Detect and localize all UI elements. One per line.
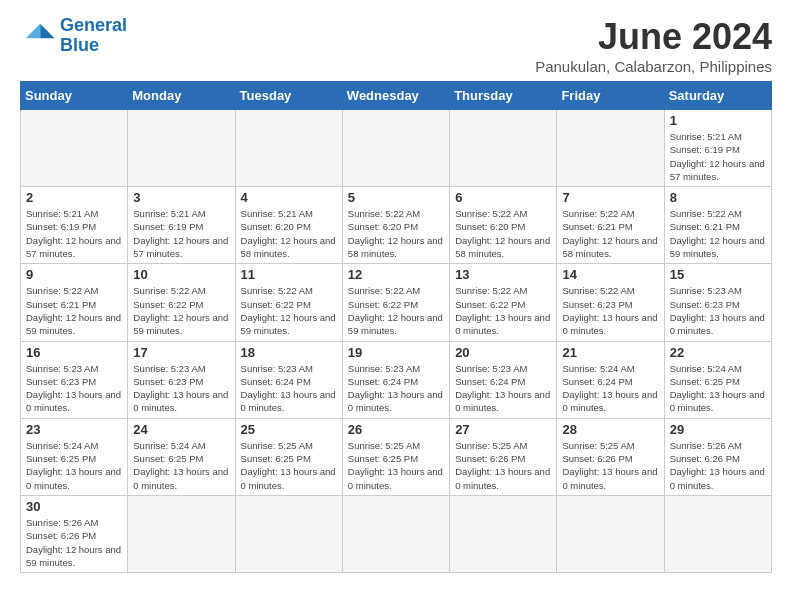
day-number: 9 xyxy=(26,267,122,282)
calendar-cell: 17Sunrise: 5:23 AM Sunset: 6:23 PM Dayli… xyxy=(128,341,235,418)
day-number: 12 xyxy=(348,267,444,282)
week-row-4: 23Sunrise: 5:24 AM Sunset: 6:25 PM Dayli… xyxy=(21,418,772,495)
calendar-cell: 24Sunrise: 5:24 AM Sunset: 6:25 PM Dayli… xyxy=(128,418,235,495)
calendar-cell: 7Sunrise: 5:22 AM Sunset: 6:21 PM Daylig… xyxy=(557,187,664,264)
day-info: Sunrise: 5:22 AM Sunset: 6:21 PM Dayligh… xyxy=(26,284,122,337)
day-number: 7 xyxy=(562,190,658,205)
day-number: 10 xyxy=(133,267,229,282)
calendar-cell xyxy=(235,495,342,572)
day-number: 30 xyxy=(26,499,122,514)
day-info: Sunrise: 5:26 AM Sunset: 6:26 PM Dayligh… xyxy=(26,516,122,569)
day-info: Sunrise: 5:22 AM Sunset: 6:21 PM Dayligh… xyxy=(562,207,658,260)
day-info: Sunrise: 5:22 AM Sunset: 6:21 PM Dayligh… xyxy=(670,207,766,260)
day-number: 29 xyxy=(670,422,766,437)
calendar-cell: 25Sunrise: 5:25 AM Sunset: 6:25 PM Dayli… xyxy=(235,418,342,495)
day-info: Sunrise: 5:21 AM Sunset: 6:19 PM Dayligh… xyxy=(26,207,122,260)
calendar-cell xyxy=(664,495,771,572)
day-info: Sunrise: 5:24 AM Sunset: 6:25 PM Dayligh… xyxy=(133,439,229,492)
weekday-header-wednesday: Wednesday xyxy=(342,82,449,110)
calendar-cell: 4Sunrise: 5:21 AM Sunset: 6:20 PM Daylig… xyxy=(235,187,342,264)
day-number: 3 xyxy=(133,190,229,205)
logo: General Blue xyxy=(20,16,127,56)
calendar-cell: 12Sunrise: 5:22 AM Sunset: 6:22 PM Dayli… xyxy=(342,264,449,341)
weekday-header-saturday: Saturday xyxy=(664,82,771,110)
calendar-cell: 29Sunrise: 5:26 AM Sunset: 6:26 PM Dayli… xyxy=(664,418,771,495)
day-number: 21 xyxy=(562,345,658,360)
week-row-0: 1Sunrise: 5:21 AM Sunset: 6:19 PM Daylig… xyxy=(21,110,772,187)
logo-line1: General xyxy=(60,15,127,35)
day-number: 28 xyxy=(562,422,658,437)
day-info: Sunrise: 5:23 AM Sunset: 6:23 PM Dayligh… xyxy=(26,362,122,415)
calendar-cell xyxy=(235,110,342,187)
calendar-cell: 13Sunrise: 5:22 AM Sunset: 6:22 PM Dayli… xyxy=(450,264,557,341)
calendar-subtitle: Panukulan, Calabarzon, Philippines xyxy=(535,58,772,75)
day-info: Sunrise: 5:25 AM Sunset: 6:25 PM Dayligh… xyxy=(348,439,444,492)
day-number: 27 xyxy=(455,422,551,437)
day-info: Sunrise: 5:22 AM Sunset: 6:23 PM Dayligh… xyxy=(562,284,658,337)
week-row-3: 16Sunrise: 5:23 AM Sunset: 6:23 PM Dayli… xyxy=(21,341,772,418)
calendar-cell: 3Sunrise: 5:21 AM Sunset: 6:19 PM Daylig… xyxy=(128,187,235,264)
day-info: Sunrise: 5:23 AM Sunset: 6:24 PM Dayligh… xyxy=(455,362,551,415)
day-info: Sunrise: 5:23 AM Sunset: 6:24 PM Dayligh… xyxy=(241,362,337,415)
calendar-cell: 10Sunrise: 5:22 AM Sunset: 6:22 PM Dayli… xyxy=(128,264,235,341)
day-info: Sunrise: 5:23 AM Sunset: 6:23 PM Dayligh… xyxy=(670,284,766,337)
calendar-table: SundayMondayTuesdayWednesdayThursdayFrid… xyxy=(20,81,772,573)
calendar-cell: 23Sunrise: 5:24 AM Sunset: 6:25 PM Dayli… xyxy=(21,418,128,495)
day-info: Sunrise: 5:24 AM Sunset: 6:24 PM Dayligh… xyxy=(562,362,658,415)
logo-text: General Blue xyxy=(60,16,127,56)
day-info: Sunrise: 5:22 AM Sunset: 6:22 PM Dayligh… xyxy=(133,284,229,337)
day-number: 19 xyxy=(348,345,444,360)
day-number: 1 xyxy=(670,113,766,128)
day-info: Sunrise: 5:22 AM Sunset: 6:22 PM Dayligh… xyxy=(455,284,551,337)
calendar-cell: 11Sunrise: 5:22 AM Sunset: 6:22 PM Dayli… xyxy=(235,264,342,341)
day-info: Sunrise: 5:22 AM Sunset: 6:20 PM Dayligh… xyxy=(348,207,444,260)
day-number: 8 xyxy=(670,190,766,205)
calendar-cell: 14Sunrise: 5:22 AM Sunset: 6:23 PM Dayli… xyxy=(557,264,664,341)
calendar-cell xyxy=(557,495,664,572)
day-info: Sunrise: 5:25 AM Sunset: 6:26 PM Dayligh… xyxy=(562,439,658,492)
day-number: 25 xyxy=(241,422,337,437)
day-info: Sunrise: 5:24 AM Sunset: 6:25 PM Dayligh… xyxy=(670,362,766,415)
day-info: Sunrise: 5:25 AM Sunset: 6:25 PM Dayligh… xyxy=(241,439,337,492)
day-info: Sunrise: 5:24 AM Sunset: 6:25 PM Dayligh… xyxy=(26,439,122,492)
day-number: 14 xyxy=(562,267,658,282)
weekday-header-tuesday: Tuesday xyxy=(235,82,342,110)
day-number: 20 xyxy=(455,345,551,360)
day-info: Sunrise: 5:25 AM Sunset: 6:26 PM Dayligh… xyxy=(455,439,551,492)
calendar-cell xyxy=(342,110,449,187)
day-number: 24 xyxy=(133,422,229,437)
day-number: 6 xyxy=(455,190,551,205)
calendar-cell: 28Sunrise: 5:25 AM Sunset: 6:26 PM Dayli… xyxy=(557,418,664,495)
calendar-cell xyxy=(128,495,235,572)
week-row-1: 2Sunrise: 5:21 AM Sunset: 6:19 PM Daylig… xyxy=(21,187,772,264)
day-number: 26 xyxy=(348,422,444,437)
day-number: 16 xyxy=(26,345,122,360)
calendar-cell: 5Sunrise: 5:22 AM Sunset: 6:20 PM Daylig… xyxy=(342,187,449,264)
header: General Blue June 2024 Panukulan, Calaba… xyxy=(20,16,772,75)
calendar-cell: 21Sunrise: 5:24 AM Sunset: 6:24 PM Dayli… xyxy=(557,341,664,418)
calendar-cell: 9Sunrise: 5:22 AM Sunset: 6:21 PM Daylig… xyxy=(21,264,128,341)
svg-marker-0 xyxy=(40,24,54,38)
calendar-cell: 1Sunrise: 5:21 AM Sunset: 6:19 PM Daylig… xyxy=(664,110,771,187)
day-number: 5 xyxy=(348,190,444,205)
calendar-cell: 20Sunrise: 5:23 AM Sunset: 6:24 PM Dayli… xyxy=(450,341,557,418)
day-number: 18 xyxy=(241,345,337,360)
day-info: Sunrise: 5:21 AM Sunset: 6:19 PM Dayligh… xyxy=(133,207,229,260)
day-number: 23 xyxy=(26,422,122,437)
calendar-title: June 2024 xyxy=(535,16,772,58)
day-number: 11 xyxy=(241,267,337,282)
calendar-cell: 30Sunrise: 5:26 AM Sunset: 6:26 PM Dayli… xyxy=(21,495,128,572)
calendar-cell: 26Sunrise: 5:25 AM Sunset: 6:25 PM Dayli… xyxy=(342,418,449,495)
logo-icon xyxy=(20,18,56,54)
weekday-header-thursday: Thursday xyxy=(450,82,557,110)
weekday-header-friday: Friday xyxy=(557,82,664,110)
day-info: Sunrise: 5:22 AM Sunset: 6:22 PM Dayligh… xyxy=(241,284,337,337)
calendar-cell: 22Sunrise: 5:24 AM Sunset: 6:25 PM Dayli… xyxy=(664,341,771,418)
calendar-cell xyxy=(450,495,557,572)
weekday-header-row: SundayMondayTuesdayWednesdayThursdayFrid… xyxy=(21,82,772,110)
day-info: Sunrise: 5:21 AM Sunset: 6:19 PM Dayligh… xyxy=(670,130,766,183)
title-block: June 2024 Panukulan, Calabarzon, Philipp… xyxy=(535,16,772,75)
day-info: Sunrise: 5:23 AM Sunset: 6:23 PM Dayligh… xyxy=(133,362,229,415)
day-number: 22 xyxy=(670,345,766,360)
calendar-cell: 16Sunrise: 5:23 AM Sunset: 6:23 PM Dayli… xyxy=(21,341,128,418)
